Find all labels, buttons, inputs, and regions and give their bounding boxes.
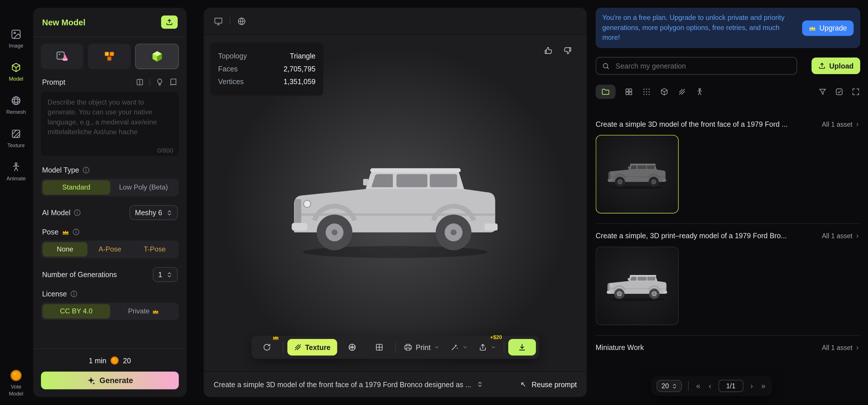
- pose-a[interactable]: A-Pose: [87, 242, 132, 257]
- search-input[interactable]: [615, 61, 791, 71]
- last-page-icon[interactable]: »: [760, 382, 767, 390]
- license-ccby[interactable]: CC BY 4.0: [43, 304, 110, 318]
- generations-stepper[interactable]: 1: [153, 267, 178, 282]
- pose-t[interactable]: T-Pose: [132, 242, 177, 257]
- rail-label: Animate: [6, 175, 26, 181]
- multi-select-icon[interactable]: [835, 88, 844, 97]
- divider: [688, 381, 689, 391]
- crown-icon: [152, 309, 159, 314]
- prompt-input[interactable]: [41, 92, 179, 156]
- filter-icon[interactable]: [818, 88, 827, 97]
- fullscreen-icon[interactable]: [851, 88, 860, 97]
- ai-model-select[interactable]: Meshy 6: [129, 205, 178, 220]
- green-cube-icon: [150, 50, 163, 63]
- credits-coin-icon: [110, 356, 119, 365]
- stylize-button[interactable]: [446, 339, 471, 356]
- generation-mode-tabs: [33, 37, 187, 71]
- wand-icon: [450, 343, 459, 352]
- refresh-icon: [262, 343, 271, 352]
- chevron-right-icon: [855, 345, 860, 350]
- prev-page-icon[interactable]: ‹: [708, 382, 713, 390]
- thumbs-down-icon[interactable]: [563, 46, 572, 55]
- first-page-icon[interactable]: «: [695, 382, 702, 390]
- vote-model-button[interactable]: VoteModel: [9, 370, 23, 397]
- crown-icon: [273, 335, 279, 340]
- download-button[interactable]: [508, 339, 536, 356]
- upload-button[interactable]: Upload: [811, 58, 860, 74]
- info-icon: [72, 229, 80, 236]
- asset-card-selected[interactable]: [595, 135, 679, 214]
- regenerate-button[interactable]: [255, 339, 279, 356]
- download-icon: [518, 343, 527, 352]
- tab-text-to-3d[interactable]: [135, 44, 179, 69]
- sphere-grid-icon: [348, 343, 357, 352]
- folder-view-button[interactable]: [595, 85, 615, 99]
- license-private[interactable]: Private: [110, 304, 177, 318]
- model-type-lowpoly[interactable]: Low Poly (Beta): [110, 180, 177, 195]
- model-type-standard[interactable]: Standard: [43, 180, 110, 195]
- section-all-assets-link[interactable]: All 1 asset: [822, 121, 860, 128]
- divider: [149, 78, 150, 86]
- model-type-label: Model Type: [42, 166, 79, 174]
- upload-icon: [165, 18, 173, 26]
- divider: [504, 342, 504, 352]
- generation-sections: Create a simple 3D model of the front fa…: [595, 120, 860, 405]
- retopology-button[interactable]: [367, 339, 391, 356]
- current-prompt-text: Create a simple 3D model of the front fa…: [214, 380, 471, 389]
- ai-image-icon: [10, 29, 21, 40]
- rail-item-animate[interactable]: Animate: [6, 162, 26, 181]
- tab-voxel[interactable]: [88, 44, 131, 69]
- display-mode-icon[interactable]: [214, 16, 223, 26]
- prompt-compare-icon[interactable]: [135, 78, 144, 87]
- upload-icon: [818, 62, 826, 70]
- rail-label: Remesh: [6, 109, 26, 115]
- prompt-library-icon[interactable]: [169, 78, 178, 87]
- upgrade-button[interactable]: Upgrade: [802, 20, 854, 36]
- section-all-assets-link[interactable]: All 1 asset: [822, 344, 860, 352]
- char-counter: 0/800: [157, 147, 173, 154]
- pose-label: Pose: [42, 228, 59, 236]
- rail-item-image[interactable]: Image: [9, 29, 23, 49]
- pose-none[interactable]: None: [43, 242, 87, 257]
- tab-image-to-3d[interactable]: [41, 44, 84, 69]
- page-size-select[interactable]: 20: [657, 380, 682, 392]
- library-toolbar: [595, 85, 860, 99]
- prompt-ideas-icon[interactable]: [155, 78, 164, 87]
- panel-title: New Model: [42, 17, 85, 27]
- chevron-right-icon: [855, 233, 860, 239]
- model-type-segment: Standard Low Poly (Beta): [41, 178, 179, 196]
- thumbs-up-icon[interactable]: [544, 46, 553, 55]
- expand-prompt-icon[interactable]: [477, 380, 483, 388]
- animate-filter-icon[interactable]: [695, 88, 704, 97]
- model-filter-icon[interactable]: [660, 88, 669, 97]
- texture-hatch-icon: [10, 128, 21, 139]
- rail-item-model[interactable]: Model: [9, 62, 23, 82]
- voxel-blocks-icon: [103, 50, 116, 63]
- grid-view-icon[interactable]: [624, 88, 633, 97]
- chevron-right-icon: [855, 122, 860, 127]
- chevron-down-icon: [462, 344, 468, 350]
- reuse-prompt-button[interactable]: Reuse prompt: [519, 380, 577, 389]
- asset-card[interactable]: [595, 247, 679, 326]
- import-model-button[interactable]: [161, 15, 178, 29]
- rail-item-texture[interactable]: Texture: [7, 128, 25, 148]
- generate-button[interactable]: Generate: [41, 372, 179, 389]
- 3d-canvas[interactable]: Topology Triangle Faces 2,705,795 Vertic…: [204, 35, 587, 371]
- arrow-upleft-icon: [519, 380, 527, 388]
- stat-topology: Topology Triangle: [218, 51, 315, 62]
- section-all-assets-link[interactable]: All 1 asset: [822, 232, 860, 240]
- texture-button[interactable]: Texture: [287, 339, 337, 356]
- texture-filter-icon[interactable]: [678, 88, 687, 97]
- app-rail: Image Model Remesh Texture Animate: [0, 0, 32, 405]
- export-button[interactable]: +$20: [474, 339, 500, 356]
- print-button[interactable]: Print: [400, 339, 443, 356]
- rail-item-remesh[interactable]: Remesh: [6, 95, 26, 115]
- next-page-icon[interactable]: ›: [749, 382, 754, 390]
- ai-model-label: AI Model: [42, 208, 70, 217]
- remesh-button[interactable]: [340, 339, 364, 356]
- info-icon: [74, 209, 81, 216]
- dots-view-icon[interactable]: [642, 88, 651, 97]
- environment-globe-icon[interactable]: [237, 16, 247, 26]
- divider: [283, 342, 283, 352]
- folder-icon: [601, 88, 610, 97]
